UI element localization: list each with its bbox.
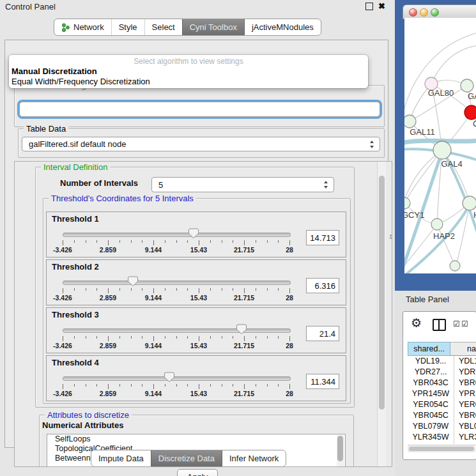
cell-name[interactable]: YDL1 [454,356,476,367]
cell-shared-name[interactable]: YDL19... [408,356,454,367]
tab-impute-data[interactable]: Impute Data [91,450,151,466]
threshold-slider[interactable]: -3.4262.8599.14415.4321.71528 [63,260,289,305]
cell-name[interactable]: YBR0 [454,410,476,421]
network-canvas[interactable]: GAL80GACGAL11GAL4GCY1HHAP2 [404,18,476,273]
network-node-gal4[interactable] [433,141,451,159]
split-columns-icon[interactable] [433,319,446,331]
cell-name[interactable]: YER0 [454,399,476,410]
network-node[interactable] [450,261,460,271]
table-body[interactable]: YDL19...YDL1YDR27...YDR2YBR043CYBR0YPR14… [408,356,476,444]
thresholds-group-title: Threshold's Coordinates for 5 Intervals [49,194,196,203]
slider-track[interactable] [63,376,291,381]
float-panel-icon[interactable] [365,3,373,10]
select-all-checkbox-icon[interactable]: ☑ [453,320,460,328]
network-node-ga[interactable] [461,79,473,92]
slider-tick-label: 2.859 [100,390,116,397]
tab-infer-network[interactable]: Infer Network [222,450,286,466]
threshold-slider[interactable]: -3.4262.8599.14415.4321.71528 [63,308,289,353]
slider-thumb-icon[interactable] [164,372,175,383]
column-header-shared-name[interactable]: shared... [408,342,450,356]
settings-vertical-scrollbar[interactable] [377,162,386,466]
threshold-slider[interactable]: -3.4262.8599.14415.4321.71528 [63,212,289,257]
cell-shared-name[interactable]: YDR27... [408,367,454,378]
attributes-list-scrollbar[interactable] [337,435,344,467]
zoom-window-icon[interactable] [431,8,439,17]
dropdown-placeholder-item[interactable]: Select algorithm to view settings [9,57,368,66]
slider-thumb-icon[interactable] [127,276,139,287]
tab-label: Discretize Data [158,454,215,463]
slider-tick-label: 21.715 [234,294,254,302]
cell-shared-name[interactable]: YPR145W [408,388,454,399]
threshold-value-field[interactable]: 14.713 [306,230,339,245]
slider-thumb-icon[interactable] [188,228,199,239]
cell-shared-name[interactable]: YBL079W [408,421,454,432]
splitpane-grip[interactable] [390,234,393,240]
cell-shared-name[interactable]: YIL053C [408,443,454,444]
number-of-intervals-combobox[interactable]: 5 [151,177,334,192]
table-row[interactable]: YBR043CYBR0 [408,378,476,388]
cell-name[interactable]: YPR1 [454,388,476,399]
table-row[interactable]: YBL079WYBL0 [408,421,476,432]
table-row[interactable]: YDL19...YDL1 [408,356,476,367]
dropdown-option-equal-width-frequency[interactable]: Equal Width/Frequency Discretization [12,77,150,86]
tab-cyni-toolbox[interactable]: Cyni Toolbox [182,19,244,35]
network-node-gal11[interactable] [404,115,416,128]
slider-thumb-icon[interactable] [236,324,247,335]
cell-name[interactable]: YIL0 [454,443,476,444]
dropdown-option-manual-discretization[interactable]: Manual Discretization [12,66,97,76]
cell-name[interactable]: YBR0 [454,378,476,388]
slider-track[interactable] [63,280,291,285]
table-row[interactable]: YIL053CYIL0 [408,443,476,444]
table-row[interactable]: YDR27...YDR2 [408,367,476,378]
cell-shared-name[interactable]: YER054C [408,399,454,410]
column-header-name[interactable]: na [450,342,476,356]
threshold-value-field[interactable]: 6.316 [306,278,339,293]
number-of-intervals-label: Number of Intervals [60,178,138,188]
network-node-c[interactable] [464,105,476,119]
table-panel-title: Table Panel [406,295,449,304]
network-icon [61,23,70,32]
tab-network[interactable]: Network [54,19,111,35]
close-panel-icon[interactable]: ✖ [378,1,385,11]
scrollbar-thumb[interactable] [379,176,385,410]
threshold-value-field[interactable]: 21.4 [306,326,339,341]
cell-name[interactable]: YDR2 [454,367,476,378]
tab-discretize-data[interactable]: Discretize Data [151,450,222,466]
table-row[interactable]: YER054CYER0 [408,399,476,410]
threshold-slider[interactable]: -3.4262.8599.14415.4321.71528 [63,356,289,401]
network-node-gcy1[interactable] [404,197,410,209]
network-edge[interactable] [404,150,442,203]
attribute-list-item[interactable]: SelfLoops [47,434,345,444]
network-edge[interactable] [431,45,476,84]
gear-icon[interactable]: ⚙ [411,316,422,330]
combobox-stepper-icon [324,181,328,188]
select-none-checkbox-icon[interactable]: ☑ [461,320,468,328]
table-row[interactable]: YPR145WYPR1 [408,388,476,399]
slider-track[interactable] [63,328,291,333]
settings-scrollpane: Interval Definition Number of Intervals … [14,161,392,467]
network-window-titlebar[interactable] [403,4,476,19]
cell-name[interactable]: YBL0 [454,421,476,432]
cell-shared-name[interactable]: YLR345W [408,432,454,443]
table-data-combobox[interactable]: galFiltered.sif default node [22,137,380,151]
cell-shared-name[interactable]: YBR045C [408,410,454,421]
slider-track[interactable] [63,233,291,237]
cell-name[interactable]: YLR3 [454,432,476,443]
apply-button[interactable]: Apply [177,469,218,476]
scrollbar-thumb[interactable] [409,447,474,451]
network-node-hap2[interactable] [431,219,443,230]
slider-tick-label: 21.715 [234,342,254,349]
table-row[interactable]: YLR345WYLR3 [408,432,476,443]
close-window-icon[interactable] [409,8,417,17]
table-row[interactable]: YBR045CYBR0 [408,410,476,421]
tab-label: Impute Data [98,454,144,463]
tab-select[interactable]: Select [144,19,182,35]
minimize-window-icon[interactable] [420,8,428,17]
tab-jactivemnodules[interactable]: jActiveMNodules [244,19,321,35]
table-horizontal-scrollbar[interactable] [408,445,475,452]
tab-style[interactable]: Style [111,19,144,35]
algorithm-combobox[interactable] [19,102,380,117]
threshold-value-field[interactable]: 11.344 [306,374,339,389]
network-node-h[interactable] [463,196,476,210]
cell-shared-name[interactable]: YBR043C [408,378,454,388]
